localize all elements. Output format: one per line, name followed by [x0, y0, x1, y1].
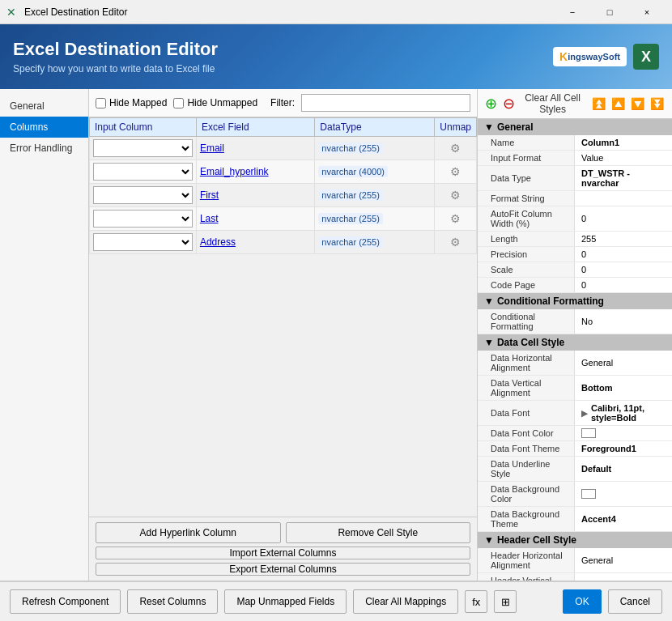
excel-field-link-0[interactable]: Email	[200, 142, 224, 154]
prop-value-dataCellStyle-4: Foreground1	[575, 441, 672, 456]
hide-mapped-checkbox[interactable]	[96, 98, 106, 108]
remove-cell-style-button[interactable]: Remove Cell Style	[286, 522, 471, 543]
color-swatch[interactable]	[581, 489, 596, 499]
excel-field-link-1[interactable]: Email_hyperlink	[200, 166, 269, 177]
remove-row-button[interactable]: ⊖	[503, 95, 517, 113]
prop-row-general-6: Precision 0	[478, 247, 672, 262]
prop-value-dataCellStyle-7: Accent4	[575, 507, 672, 531]
unmap-cell: ⚙	[435, 231, 477, 254]
move-up-button[interactable]: 🔼	[609, 95, 627, 113]
sidebar-item-general[interactable]: General	[0, 96, 88, 117]
input-col-cell[interactable]	[90, 184, 197, 207]
hide-unmapped-label[interactable]: Hide Unmapped	[173, 97, 257, 108]
clear-all-cell-styles-button[interactable]: Clear All Cell Styles	[521, 92, 585, 115]
clear-all-mappings-button[interactable]: Clear All Mappings	[353, 589, 458, 614]
input-col-select-1[interactable]	[93, 163, 193, 181]
add-row-button[interactable]: ⊕	[484, 95, 498, 113]
prop-section-general[interactable]: ▼ General	[478, 119, 672, 135]
minimize-button[interactable]: −	[554, 0, 591, 24]
hide-mapped-label[interactable]: Hide Mapped	[96, 97, 167, 108]
color-swatch[interactable]	[581, 428, 596, 438]
input-col-select-4[interactable]	[93, 233, 193, 251]
unmap-icon-1[interactable]: ⚙	[438, 165, 473, 178]
input-col-select-3[interactable]	[93, 210, 193, 228]
datatype-tag-3: nvarchar (255)	[318, 213, 383, 224]
sidebar-item-columns[interactable]: Columns	[0, 117, 88, 138]
col-header-unmap: Unmap	[435, 118, 477, 137]
prop-row-general-7: Scale 0	[478, 262, 672, 278]
excel-field-link-2[interactable]: First	[200, 189, 219, 201]
close-button[interactable]: ×	[628, 0, 666, 24]
prop-value-dataCellStyle-2: ▶ Calibri, 11pt, style=Bold	[575, 401, 672, 425]
header: Excel Destination Editor Specify how you…	[0, 24, 672, 89]
prop-section-conditionalFormatting[interactable]: ▼ Conditional Formatting	[478, 293, 672, 309]
col-header-excel: Excel Field	[196, 118, 314, 137]
prop-value-headerCellStyle-0: General	[575, 548, 672, 572]
header-text: Excel Destination Editor Specify how you…	[13, 39, 218, 74]
input-col-cell[interactable]	[90, 207, 197, 231]
excel-field-cell: Last	[196, 207, 314, 231]
ok-button[interactable]: OK	[563, 589, 601, 614]
refresh-component-button[interactable]: Refresh Component	[10, 589, 121, 614]
prop-section-headerCellStyle[interactable]: ▼ Header Cell Style	[478, 532, 672, 548]
cancel-button[interactable]: Cancel	[608, 589, 662, 614]
datatype-tag-4: nvarchar (255)	[318, 236, 383, 248]
formula-icon-button[interactable]: fx	[465, 590, 487, 613]
unmap-icon-3[interactable]: ⚙	[438, 212, 473, 225]
filter-input[interactable]	[301, 94, 470, 112]
maximize-button[interactable]: □	[591, 0, 628, 24]
datatype-cell: nvarchar (255)	[315, 231, 435, 254]
prop-row-conditionalFormatting-0: Conditional Formatting No	[478, 309, 672, 334]
input-col-select-2[interactable]	[93, 186, 193, 204]
sidebar-item-error-handling[interactable]: Error Handling	[0, 138, 88, 159]
prop-row-general-4: AutoFit Column Width (%) 0	[478, 206, 672, 232]
move-down-button[interactable]: 🔽	[628, 95, 646, 113]
prop-value-dataCellStyle-5: Default	[575, 457, 672, 481]
unmap-icon-2[interactable]: ⚙	[438, 189, 473, 202]
sort-buttons: ⏫ 🔼 🔽 ⏬	[589, 95, 666, 113]
export-external-button[interactable]: Export External Columns	[96, 563, 470, 576]
move-bottom-button[interactable]: ⏬	[648, 95, 666, 113]
datatype-cell: nvarchar (4000)	[315, 160, 435, 184]
reset-columns-button[interactable]: Reset Columns	[127, 589, 218, 614]
prop-label-dataCellStyle-2: Data Font	[478, 401, 575, 425]
prop-row-dataCellStyle-0: Data Horizontal Alignment General	[478, 351, 672, 376]
prop-row-headerCellStyle-0: Header Horizontal Alignment General	[478, 548, 672, 573]
left-panel: Hide Mapped Hide Unmapped Filter: Input …	[89, 89, 478, 581]
table-row: First nvarchar (255) ⚙	[90, 184, 477, 207]
unmap-icon-0[interactable]: ⚙	[438, 142, 473, 155]
datatype-cell: nvarchar (255)	[315, 184, 435, 207]
input-col-select-0[interactable]	[93, 139, 193, 157]
excel-field-link-4[interactable]: Address	[200, 236, 236, 248]
datatype-tag-1: nvarchar (4000)	[318, 166, 388, 177]
prop-value-general-4: 0	[575, 206, 672, 231]
prop-label-dataCellStyle-3: Data Font Color	[478, 426, 575, 440]
grid-icon-button[interactable]: ⊞	[494, 590, 517, 613]
input-col-cell[interactable]	[90, 231, 197, 254]
unmap-icon-4[interactable]: ⚙	[438, 236, 473, 249]
input-col-cell[interactable]	[90, 137, 197, 160]
header-logo-area: KingswaySoft X	[553, 44, 659, 70]
prop-row-dataCellStyle-1: Data Vertical Alignment Bottom	[478, 376, 672, 401]
right-toolbar: ⊕ ⊖ Clear All Cell Styles ⏫ 🔼 🔽 ⏬	[478, 89, 672, 119]
prop-row-general-0: Name Column1	[478, 135, 672, 151]
table-row: Last nvarchar (255) ⚙	[90, 207, 477, 231]
bottom-row-1: Add Hyperlink Column Remove Cell Style	[96, 522, 470, 543]
map-unmapped-fields-button[interactable]: Map Unmapped Fields	[224, 589, 347, 614]
col-header-datatype: DataType	[315, 118, 435, 137]
add-hyperlink-button[interactable]: Add Hyperlink Column	[96, 522, 281, 543]
hide-unmapped-checkbox[interactable]	[173, 98, 184, 108]
prop-label-general-2: Data Type	[478, 166, 575, 190]
prop-row-general-8: Code Page 0	[478, 278, 672, 293]
prop-section-dataCellStyle[interactable]: ▼ Data Cell Style	[478, 334, 672, 351]
prop-label-general-1: Input Format	[478, 151, 575, 165]
import-external-button[interactable]: Import External Columns	[96, 547, 470, 559]
prop-value-dataCellStyle-0: General	[575, 351, 672, 375]
prop-label-dataCellStyle-4: Data Font Theme	[478, 441, 575, 456]
excel-field-cell: Email_hyperlink	[196, 160, 314, 184]
excel-field-link-3[interactable]: Last	[200, 213, 219, 224]
unmap-cell: ⚙	[435, 184, 477, 207]
input-col-cell[interactable]	[90, 160, 197, 184]
col-header-input: Input Column	[90, 118, 197, 137]
move-top-button[interactable]: ⏫	[589, 95, 607, 113]
